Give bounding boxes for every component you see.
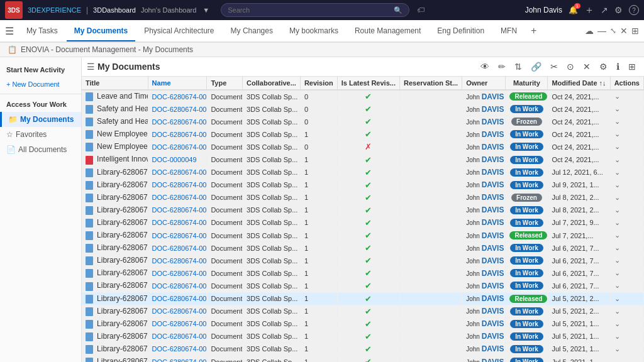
row-action-button[interactable]: ⌄ — [614, 92, 620, 100]
toolbar-delete-icon[interactable]: ✕ — [580, 60, 594, 74]
toolbar-sort-icon[interactable]: ⇅ — [511, 60, 525, 74]
col-header-collab[interactable]: Collaborative... — [243, 77, 301, 90]
col-header-maturity[interactable]: Maturity — [506, 77, 548, 90]
cell-name[interactable]: DOC-6280674-0000065 — [148, 292, 207, 305]
col-header-type[interactable]: Type — [207, 77, 243, 90]
cell-actions[interactable]: ⌄ — [610, 141, 643, 153]
cell-name[interactable]: DOC-6280674-0000100 — [148, 90, 207, 103]
cell-actions[interactable]: ⌄ — [610, 280, 643, 292]
nav-item-my-tasks[interactable]: My Tasks — [19, 21, 65, 41]
cell-actions[interactable]: ⌄ — [610, 267, 643, 280]
cell-name[interactable]: DOC-6280674-0000067 — [148, 267, 207, 280]
nav-expand-icon[interactable]: ⤡ — [610, 26, 616, 35]
toolbar-info-icon[interactable]: ℹ — [613, 60, 623, 74]
row-action-button[interactable]: ⌄ — [614, 256, 620, 264]
row-action-button[interactable]: ⌄ — [614, 168, 620, 176]
cell-actions[interactable]: ⌄ — [610, 216, 643, 229]
row-action-button[interactable]: ⌄ — [614, 307, 620, 315]
cell-name[interactable]: DOC-6280674-0000073 — [148, 191, 207, 204]
cell-actions[interactable]: ⌄ — [610, 343, 643, 355]
cell-name[interactable]: DOC-6280674-0000070 — [148, 229, 207, 242]
row-action-button[interactable]: ⌄ — [614, 181, 620, 189]
col-header-revision[interactable]: Revision — [300, 77, 337, 90]
col-header-modified[interactable]: Modified Date ↑↓ — [548, 77, 610, 90]
search-input[interactable] — [228, 6, 394, 14]
tag-icon[interactable]: 🏷 — [417, 6, 425, 14]
nav-item-physical-arch[interactable]: Physical Architecture — [136, 21, 221, 41]
cell-name[interactable]: DOC-6280674-0000060 — [148, 355, 207, 362]
cell-name[interactable]: DOC-6280674-0000098 — [148, 116, 207, 128]
cell-name[interactable]: DOC-6280674-0000069 — [148, 242, 207, 255]
cell-actions[interactable]: ⌄ — [610, 103, 643, 116]
cell-name[interactable]: DOC-6280674-0000064 — [148, 305, 207, 317]
dropdown-arrow[interactable]: ▼ — [203, 6, 209, 14]
nav-item-eng-def[interactable]: Eng Definition — [430, 21, 492, 41]
cell-actions[interactable]: ⌄ — [610, 242, 643, 255]
row-action-button[interactable]: ⌄ — [614, 358, 620, 362]
cell-name[interactable]: DOC-6280674-0000075 — [148, 166, 207, 178]
nav-add-button[interactable]: + — [526, 23, 541, 39]
cell-name[interactable]: DOC-6280674-0000097 — [148, 128, 207, 141]
row-action-button[interactable]: ⌄ — [614, 156, 620, 163]
col-header-owner[interactable]: Owner — [462, 77, 506, 90]
sidebar-item-favorites[interactable]: ☆ Favorites — [0, 127, 81, 142]
row-action-button[interactable]: ⌄ — [614, 244, 620, 251]
cell-name[interactable]: DOC-6280674-0000074 — [148, 178, 207, 191]
row-action-button[interactable]: ⌄ — [614, 105, 620, 112]
cell-name[interactable]: DOC-6280674-0000068 — [148, 255, 207, 267]
toolbar-table-icon[interactable]: ⊞ — [625, 60, 639, 74]
row-action-button[interactable]: ⌄ — [614, 219, 620, 226]
cell-name[interactable]: DOC-6280674-0000063 — [148, 317, 207, 330]
search-bar[interactable]: 🔍 — [221, 3, 409, 17]
cell-name[interactable]: DOC-6280674-0000097 — [148, 141, 207, 153]
share-icon[interactable]: ↗ — [601, 5, 608, 15]
row-action-button[interactable]: ⌄ — [614, 130, 620, 138]
row-action-button[interactable]: ⌄ — [614, 332, 620, 340]
row-action-button[interactable]: ⌄ — [614, 345, 620, 353]
cell-name[interactable]: DOC-6280674-0000099 — [148, 103, 207, 116]
cell-actions[interactable]: ⌄ — [610, 153, 643, 166]
cell-name[interactable]: DOC-6280674-0000062 — [148, 330, 207, 343]
hamburger-icon[interactable]: ☰ — [5, 25, 14, 37]
toolbar-link-icon[interactable]: 🔗 — [528, 60, 545, 74]
cell-actions[interactable]: ⌄ — [610, 116, 643, 128]
row-action-button[interactable]: ⌄ — [614, 320, 620, 327]
row-action-button[interactable]: ⌄ — [614, 295, 620, 302]
cell-actions[interactable]: ⌄ — [610, 191, 643, 204]
cell-actions[interactable]: ⌄ — [610, 317, 643, 330]
notification-icon[interactable]: 🔔1 — [569, 6, 578, 14]
row-action-button[interactable]: ⌄ — [614, 143, 620, 150]
cell-actions[interactable]: ⌄ — [610, 355, 643, 362]
nav-item-route-mgmt[interactable]: Route Management — [347, 21, 428, 41]
cell-actions[interactable]: ⌄ — [610, 166, 643, 178]
toolbar-settings-icon[interactable]: ⚙ — [596, 60, 611, 74]
nav-item-my-documents[interactable]: My Documents — [67, 21, 135, 41]
nav-close-icon[interactable]: ✕ — [620, 26, 628, 36]
cell-actions[interactable]: ⌄ — [610, 305, 643, 317]
cell-name[interactable]: DOC-6280674-0000072 — [148, 204, 207, 216]
nav-item-my-bookmarks[interactable]: My bookmarks — [282, 21, 346, 41]
row-action-button[interactable]: ⌄ — [614, 194, 620, 201]
nav-item-my-changes[interactable]: My Changes — [223, 21, 280, 41]
col-header-latest[interactable]: Is Latest Revis... — [337, 77, 399, 90]
toolbar-scissors-icon[interactable]: ✂ — [547, 60, 561, 74]
col-header-name[interactable]: Name — [148, 77, 207, 90]
cell-actions[interactable]: ⌄ — [610, 292, 643, 305]
col-header-title[interactable]: Title — [82, 77, 148, 90]
row-action-button[interactable]: ⌄ — [614, 269, 620, 277]
tools-icon[interactable]: ⚙ — [614, 5, 623, 15]
row-action-button[interactable]: ⌄ — [614, 282, 620, 289]
cell-actions[interactable]: ⌄ — [610, 178, 643, 191]
sidebar-new-document-button[interactable]: + New Document — [0, 77, 81, 91]
cell-actions[interactable]: ⌄ — [610, 90, 643, 103]
nav-grid-icon[interactable]: ⊞ — [631, 26, 639, 36]
cell-actions[interactable]: ⌄ — [610, 128, 643, 141]
toolbar-hamburger-icon[interactable]: ☰ — [87, 62, 95, 72]
cell-name[interactable]: DOC-6280674-0000061 — [148, 343, 207, 355]
sidebar-item-all-documents[interactable]: 📄 All Documents — [0, 142, 81, 157]
cell-actions[interactable]: ⌄ — [610, 229, 643, 242]
cell-name[interactable]: DOC-6280674-0000071 — [148, 216, 207, 229]
toolbar-visibility-icon[interactable]: 👁 — [477, 60, 492, 74]
cell-actions[interactable]: ⌄ — [610, 255, 643, 267]
nav-item-mfn[interactable]: MFN — [493, 21, 525, 41]
